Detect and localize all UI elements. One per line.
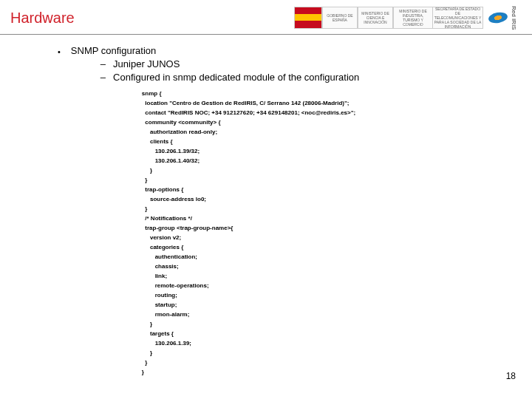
rediris-text: Red IRIS [511,6,517,30]
ministerio-ciencia-logo: MINISTERIO DE CIENCIA E INNOVACIÓN [358,7,393,29]
sub-list: – Juniper JUNOS – Configured in snmp ded… [100,58,359,84]
rediris-logo: Red IRIS [483,6,522,30]
spain-flag-icon [294,7,322,29]
dash-icon: – [100,58,106,71]
bullet-label: SNMP configuration [71,45,359,56]
sub-item-2: – Configured in snmp dedicated module of… [100,71,359,84]
slide-header: Hardware GOBIERNO DE ESPAÑA MINISTERIO D… [0,0,532,35]
ministerio-industria-logo: MINISTERIO DE INDUSTRIA, TURISMO Y COMER… [393,7,433,29]
code-block: snmp { location "Centro de Gestion de Re… [142,89,359,377]
gobierno-logo: GOBIERNO DE ESPAÑA [322,7,358,29]
dash-icon: – [100,71,106,84]
rediris-icon [487,11,508,24]
secretaria-logo: SECRETARÍA DE ESTADO DE TELECOMUNICACION… [433,7,483,29]
slide-title: Hardware [10,10,75,27]
page-number: 18 [506,371,516,381]
logo-strip: GOBIERNO DE ESPAÑA MINISTERIO DE CIENCIA… [294,6,522,30]
bullet-body: SNMP configuration – Juniper JUNOS – Con… [71,45,359,377]
sub-item-1: – Juniper JUNOS [100,58,359,71]
slide-content: • SNMP configuration – Juniper JUNOS – C… [0,35,532,377]
sub-item-2-label: Configured in snmp dedicated module of t… [113,71,359,84]
bullet-icon: • [58,45,61,58]
bullet-item: • SNMP configuration – Juniper JUNOS – C… [58,45,532,377]
sub-item-1-label: Juniper JUNOS [113,58,180,71]
